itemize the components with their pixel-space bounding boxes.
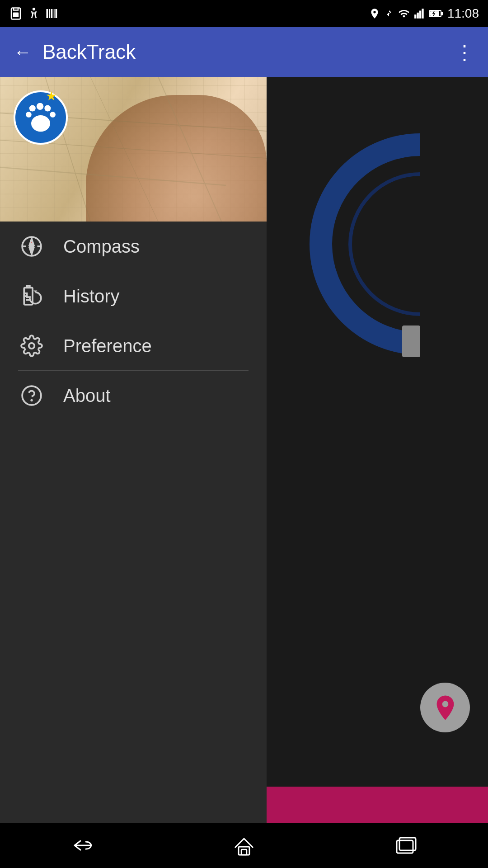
- sidebar-item-history[interactable]: History: [0, 271, 267, 321]
- wifi-icon: [398, 8, 410, 19]
- status-right-icons: 11:08: [369, 6, 479, 21]
- compass-icon: [18, 233, 45, 260]
- svg-marker-34: [30, 248, 33, 254]
- history-icon: [18, 283, 45, 310]
- svg-rect-9: [417, 13, 418, 19]
- main-layout: ★: [0, 77, 488, 823]
- paw-print-icon: [25, 103, 56, 132]
- signal-icon: [414, 8, 426, 19]
- back-button[interactable]: ←: [14, 43, 32, 61]
- svg-marker-33: [30, 239, 33, 245]
- location-status-icon: [369, 8, 380, 19]
- star-decoration: ★: [46, 89, 57, 104]
- svg-point-42: [350, 174, 488, 314]
- svg-line-20: [158, 77, 221, 222]
- bottom-accent-bar: [267, 787, 488, 823]
- history-label: History: [63, 286, 119, 307]
- sim-icon: [9, 7, 23, 20]
- svg-point-2: [33, 8, 35, 10]
- svg-point-37: [29, 343, 35, 349]
- svg-rect-44: [239, 847, 249, 855]
- recents-icon: [393, 834, 420, 857]
- svg-rect-8: [414, 14, 416, 19]
- svg-rect-4: [49, 9, 50, 18]
- svg-point-21: [29, 105, 36, 111]
- app-bar: ← BackTrack ⋮: [0, 27, 488, 77]
- svg-rect-43: [402, 326, 420, 357]
- system-recents-button[interactable]: [389, 832, 425, 859]
- svg-point-23: [44, 105, 51, 111]
- svg-rect-1: [13, 13, 19, 17]
- compass-arc-svg: [307, 86, 488, 402]
- system-home-button[interactable]: [226, 832, 262, 859]
- svg-point-38: [22, 386, 41, 405]
- preference-label: Preference: [63, 336, 152, 356]
- drawer-header: ★: [0, 77, 267, 222]
- overflow-menu-button[interactable]: ⋮: [455, 41, 474, 64]
- home-icon: [230, 834, 258, 857]
- status-bar: 11:08: [0, 0, 488, 27]
- logo-inner: ★: [25, 103, 56, 132]
- svg-line-19: [90, 77, 158, 222]
- svg-rect-5: [51, 9, 53, 18]
- system-back-button[interactable]: [63, 832, 99, 859]
- help-icon: [18, 382, 45, 409]
- bluetooth-icon: [384, 8, 394, 19]
- svg-rect-13: [441, 12, 443, 15]
- content-panel: [267, 77, 488, 823]
- svg-point-22: [37, 103, 43, 110]
- walk-icon: [27, 7, 41, 20]
- back-arrow-icon: [68, 836, 95, 854]
- sidebar-item-compass[interactable]: Compass: [0, 222, 267, 271]
- settings-icon: [18, 332, 45, 359]
- location-fab-button[interactable]: [420, 683, 470, 732]
- time-display: 11:08: [447, 6, 479, 21]
- barcode-icon: [45, 7, 59, 20]
- svg-rect-11: [422, 9, 423, 19]
- location-pin-icon: [431, 693, 460, 722]
- navigation-bar: [0, 823, 488, 868]
- svg-line-17: [0, 167, 226, 185]
- sidebar-item-preference[interactable]: Preference: [0, 321, 267, 371]
- battery-icon: [429, 9, 444, 19]
- svg-rect-7: [56, 9, 57, 18]
- svg-rect-45: [241, 849, 247, 855]
- svg-rect-6: [54, 9, 55, 18]
- drawer-menu: Compass History: [0, 222, 267, 823]
- app-logo: ★: [14, 90, 68, 145]
- svg-point-26: [31, 115, 50, 131]
- svg-point-24: [50, 112, 56, 118]
- svg-point-25: [26, 112, 32, 118]
- app-title: BackTrack: [42, 41, 455, 63]
- compass-background: [307, 86, 488, 402]
- status-left-icons: [9, 7, 59, 20]
- sidebar-item-about[interactable]: About: [0, 371, 267, 420]
- compass-label: Compass: [63, 236, 140, 257]
- navigation-drawer: ★: [0, 77, 267, 823]
- svg-rect-3: [47, 9, 48, 18]
- svg-rect-10: [419, 11, 421, 19]
- about-label: About: [63, 386, 111, 406]
